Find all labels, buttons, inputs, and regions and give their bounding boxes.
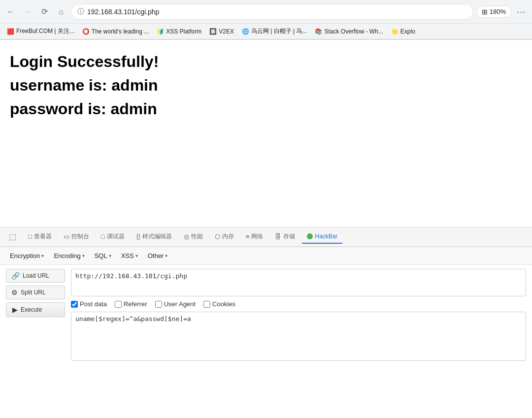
other-arrow: ▾ — [165, 253, 167, 258]
freebuf-icon: 🟥 — [7, 28, 14, 35]
bookmark-v2ex[interactable]: 🔲 V2EX — [206, 27, 237, 36]
dropdown-encryption[interactable]: Encryption ▾ — [6, 250, 48, 261]
dropdown-encoding[interactable]: Encoding ▾ — [50, 250, 88, 261]
post-data-checkbox-item[interactable]: Post data — [71, 300, 107, 308]
hackbar-right: Post data Referrer User Agent Cookies — [71, 269, 526, 361]
page-content: Login Successfully! username is: admin p… — [0, 40, 532, 227]
back-button[interactable]: ← — [4, 5, 18, 19]
split-url-button[interactable]: ⚙ Split URL — [6, 286, 65, 299]
dropdown-xss[interactable]: XSS ▾ — [117, 250, 142, 261]
dropdown-other[interactable]: Other ▾ — [144, 250, 172, 261]
browser-chrome: ← → ⟳ ⌂ ⓘ 192.168.43.101/cgi.php ⊞ 180% … — [0, 0, 532, 40]
xss-icon: 🔰 — [157, 28, 164, 35]
wuyun-icon: 🌐 — [242, 28, 249, 35]
reload-button[interactable]: ⟳ — [37, 5, 51, 19]
network-icon: ≡ — [246, 233, 250, 240]
login-success-message: Login Successfully! username is: admin p… — [10, 50, 522, 121]
storage-label: 存储 — [283, 232, 295, 241]
bookmark-v2ex-label: V2EX — [219, 28, 234, 35]
tab-style-editor[interactable]: {} 样式编辑器 — [132, 229, 177, 245]
success-line2: username is: admin — [10, 73, 522, 97]
hackbar-url-input[interactable] — [71, 269, 526, 296]
user-agent-checkbox-item[interactable]: User Agent — [155, 300, 196, 308]
referrer-checkbox-item[interactable]: Referrer — [115, 300, 147, 308]
more-menu-button[interactable]: ⋯ — [514, 5, 528, 19]
security-icon: ⓘ — [77, 7, 84, 16]
zoom-badge: ⊞ 180% — [476, 6, 511, 18]
tab-hackbar[interactable]: HackBar — [302, 230, 342, 244]
tab-inspect[interactable]: ⬚ — [4, 229, 21, 245]
style-editor-icon: {} — [136, 233, 140, 240]
address-bar[interactable]: ⓘ 192.168.43.101/cgi.php — [71, 4, 473, 20]
user-agent-label: User Agent — [164, 300, 196, 308]
inspect-icon: ⬚ — [9, 232, 16, 241]
bookmark-github-label: The world's leading ... — [92, 28, 149, 35]
tab-debugger[interactable]: □ 调试器 — [96, 229, 130, 245]
split-url-label: Split URL — [21, 289, 46, 296]
referrer-checkbox[interactable] — [115, 301, 122, 308]
bookmark-explo[interactable]: 🌟 Explo — [388, 27, 418, 36]
tab-performance[interactable]: ◎ 性能 — [179, 229, 208, 245]
bookmark-github[interactable]: ⭕ The world's leading ... — [79, 27, 152, 36]
success-line1: Login Successfully! — [10, 50, 522, 73]
split-url-icon: ⚙ — [11, 289, 18, 296]
dropdown-sql[interactable]: SQL ▾ — [91, 250, 115, 261]
load-url-button[interactable]: 🔗 Load URL — [6, 269, 65, 283]
hackbar-dot-icon — [307, 233, 313, 239]
network-label: 网络 — [251, 232, 263, 241]
other-label: Other — [148, 252, 164, 259]
performance-label: 性能 — [191, 232, 203, 241]
bookmark-stackoverflow-label: Stack Overflow - Wh... — [324, 28, 383, 35]
console-icon: ▭ — [64, 233, 69, 240]
success-line3: password is: admin — [10, 97, 522, 121]
style-editor-label: 样式编辑器 — [142, 232, 172, 241]
bookmark-wuyun[interactable]: 🌐 乌云网 | 白帽子 | 乌... — [239, 26, 310, 36]
xss-arrow: ▾ — [135, 253, 138, 258]
bookmarks-bar: 🟥 FreeBuf.COM | 关注... ⭕ The world's lead… — [0, 24, 532, 39]
bookmark-freebuf-label: FreeBuf.COM | 关注... — [16, 27, 74, 35]
load-url-icon: 🔗 — [11, 272, 20, 280]
execute-button[interactable]: ▶ Execute — [6, 302, 65, 317]
cookies-checkbox-item[interactable]: Cookies — [203, 300, 235, 308]
hackbar-menu: Encryption ▾ Encoding ▾ SQL ▾ XSS ▾ Othe… — [0, 247, 532, 265]
url-display: 192.168.43.101/cgi.php — [87, 8, 467, 16]
zoom-level: 180% — [490, 8, 506, 15]
hackbar-post-input[interactable] — [71, 312, 526, 361]
forward-button[interactable]: → — [21, 5, 34, 19]
stackoverflow-icon: 📚 — [315, 28, 322, 35]
user-agent-checkbox[interactable] — [155, 301, 162, 308]
hackbar-body: 🔗 Load URL ⚙ Split URL ▶ Execute Post da… — [0, 265, 532, 365]
hackbar-container: Encryption ▾ Encoding ▾ SQL ▾ XSS ▾ Othe… — [0, 247, 532, 365]
hackbar-buttons: 🔗 Load URL ⚙ Split URL ▶ Execute — [6, 269, 65, 317]
debugger-icon: □ — [101, 233, 105, 240]
xss-label: XSS — [121, 252, 134, 259]
memory-icon: ⬡ — [215, 233, 220, 240]
v2ex-icon: 🔲 — [209, 28, 217, 35]
bookmark-xss-label: XSS Platform — [166, 28, 201, 35]
bookmark-stackoverflow[interactable]: 📚 Stack Overflow - Wh... — [312, 27, 386, 36]
github-icon: ⭕ — [82, 28, 90, 35]
execute-icon: ▶ — [12, 306, 18, 314]
bookmark-xss[interactable]: 🔰 XSS Platform — [154, 27, 204, 36]
hackbar-checkboxes: Post data Referrer User Agent Cookies — [71, 300, 526, 308]
encryption-arrow: ▾ — [41, 253, 44, 258]
explo-icon: 🌟 — [391, 28, 399, 35]
execute-label: Execute — [21, 306, 42, 313]
sql-arrow: ▾ — [109, 253, 111, 258]
encryption-label: Encryption — [10, 252, 40, 259]
tab-memory[interactable]: ⬡ 内存 — [210, 229, 239, 245]
encoding-arrow: ▾ — [82, 253, 85, 258]
storage-icon: 🗄 — [275, 233, 281, 240]
post-data-checkbox[interactable] — [71, 301, 78, 308]
tab-viewer[interactable]: □ 查看器 — [23, 229, 57, 245]
viewer-label: 查看器 — [34, 232, 52, 241]
performance-icon: ◎ — [184, 233, 189, 240]
tab-network[interactable]: ≡ 网络 — [241, 229, 268, 245]
tab-console[interactable]: ▭ 控制台 — [59, 229, 94, 245]
home-button[interactable]: ⌂ — [54, 5, 68, 19]
encoding-label: Encoding — [54, 252, 80, 259]
bookmark-freebuf[interactable]: 🟥 FreeBuf.COM | 关注... — [4, 26, 77, 36]
cookies-checkbox[interactable] — [203, 301, 210, 308]
tab-storage[interactable]: 🗄 存储 — [270, 229, 300, 245]
debugger-label: 调试器 — [107, 232, 125, 241]
